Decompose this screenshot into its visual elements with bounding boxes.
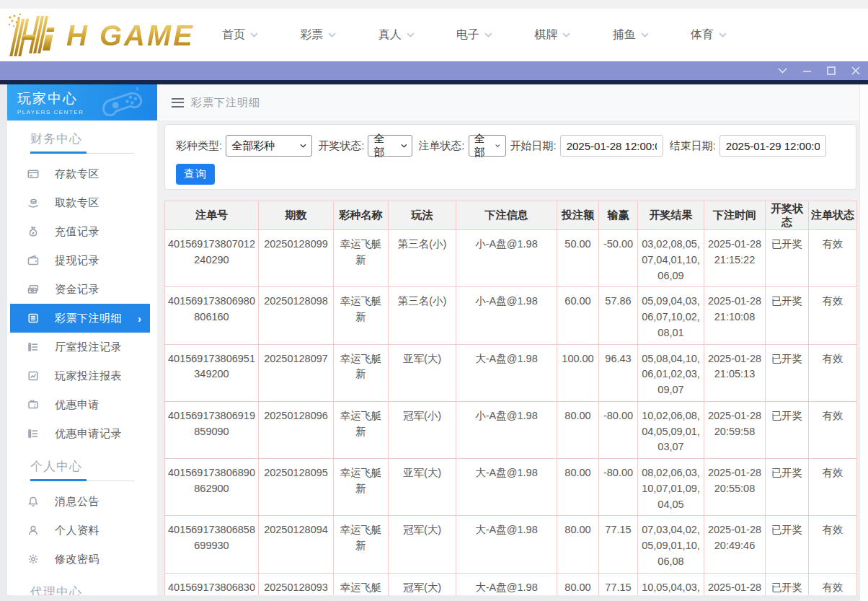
nav-item-棋牌[interactable]: 棋牌: [534, 27, 570, 43]
cell-play-type: 第三名(小): [389, 287, 456, 344]
cell-bet-info: 小-A盘@1.98: [456, 401, 557, 458]
start-date-input[interactable]: [560, 135, 663, 157]
order-status-select[interactable]: 全部: [469, 135, 506, 157]
start-date-label: 开始日期:: [510, 139, 557, 153]
nav-item-体育[interactable]: 体育: [691, 27, 727, 43]
recharge-bag-icon: [27, 226, 39, 237]
brand-name: H GAME: [66, 19, 195, 52]
sidebar-item-提现记录[interactable]: 提现记录: [7, 246, 157, 275]
window-controls: [774, 61, 864, 80]
cell-play-type: 第三名(小): [389, 230, 456, 287]
lottery-type-select[interactable]: 全部彩种: [226, 135, 312, 157]
report-chart-icon: [27, 370, 39, 382]
nav-item-label: 捕鱼: [613, 27, 636, 43]
sidebar-item-label: 玩家投注报表: [55, 369, 122, 383]
cell-win-loss: -50.00: [599, 230, 638, 287]
sidebar-item-修改密码[interactable]: 修改密码: [7, 545, 157, 574]
table-row: 40156917380701224029020250128099幸运飞艇新第三名…: [165, 230, 857, 287]
chevron-down-icon: [719, 32, 727, 38]
gamepad-icon: [98, 87, 150, 119]
main-nav: 首页 彩票 真人 电子 棋牌 捕鱼 体育: [222, 9, 727, 61]
cell-bet-amount: 80.00: [557, 573, 599, 595]
draw-status-select[interactable]: 全部: [368, 135, 412, 157]
window-close-icon[interactable]: [848, 63, 864, 79]
cell-lottery-name: 幸运飞艇新: [334, 230, 389, 287]
col-header-lottery-name: 彩种名称: [334, 201, 389, 230]
menu-toggle-icon[interactable]: [172, 98, 184, 108]
window-maximize-icon[interactable]: [823, 63, 839, 79]
nav-item-彩票[interactable]: 彩票: [300, 27, 336, 43]
chevron-down-icon: [562, 32, 570, 38]
sidebar-section: 代理中心: [7, 584, 157, 595]
chevron-down-icon: [495, 144, 500, 148]
nav-item-真人[interactable]: 真人: [378, 27, 415, 43]
sidebar-item-存款专区[interactable]: 存款专区: [7, 159, 157, 188]
sidebar-header: 玩家中心 PLAYERS CENTER: [7, 84, 157, 120]
cell-bet-time: 2025-01-28 21:10:08: [704, 287, 766, 344]
nav-item-label: 棋牌: [534, 27, 557, 43]
cell-draw-status: 已开奖: [766, 287, 809, 344]
vertical-scrollbar[interactable]: [859, 84, 868, 601]
cell-lottery-name: 幸运飞艇新: [334, 287, 389, 344]
cell-bet-amount: 50.00: [557, 230, 599, 287]
col-header-play-type: 玩法: [389, 201, 456, 230]
cell-lottery-name: 幸运飞艇新: [334, 344, 389, 401]
cell-draw-result: 03,02,08,05,07,04,01,10,06,09: [638, 230, 704, 287]
sidebar-item-label: 个人资料: [55, 524, 99, 538]
cell-draw-status: 已开奖: [766, 230, 809, 287]
lottery-doc-icon: [27, 312, 39, 324]
chevron-down-icon: [484, 32, 492, 38]
col-header-period: 期数: [259, 201, 334, 230]
sidebar-section-title: 财务中心: [30, 131, 157, 147]
chevron-down-icon: [407, 32, 415, 38]
cell-draw-result: 07,03,04,02,05,09,01,10,06,08: [638, 516, 704, 573]
cell-bet-amount: 80.00: [557, 401, 599, 458]
sidebar-item-玩家投注报表[interactable]: 玩家投注报表: [7, 361, 157, 390]
nav-item-label: 真人: [378, 27, 402, 43]
sidebar-section: 个人中心 消息公告 个人资料 修改密码: [7, 458, 157, 574]
sidebar-item-优惠申请[interactable]: 优惠申请: [7, 390, 157, 419]
table-row: 40156917380695134920020250128097幸运飞艇新亚军(…: [165, 344, 857, 401]
top-margin-strip: [0, 0, 868, 9]
sidebar-item-彩票下注明细[interactable]: 彩票下注明细 ›: [10, 304, 150, 333]
nav-item-电子[interactable]: 电子: [456, 27, 492, 43]
cell-win-loss: 77.15: [599, 516, 638, 573]
sidebar-item-个人资料[interactable]: 个人资料: [7, 516, 157, 545]
cell-period: 20250128095: [259, 459, 334, 516]
funds-cash-icon: [27, 284, 39, 295]
sidebar-item-优惠申请记录[interactable]: 优惠申请记录: [7, 419, 157, 448]
sidebar-item-取款专区[interactable]: 取款专区: [7, 188, 157, 217]
nav-item-捕鱼[interactable]: 捕鱼: [613, 27, 649, 43]
sidebar-item-厅室投注记录[interactable]: 厅室投注记录: [7, 333, 157, 361]
cell-bet-info: 大-A盘@1.98: [456, 573, 557, 595]
sidebar-item-资金记录[interactable]: 资金记录: [7, 275, 157, 304]
cell-draw-status: 已开奖: [766, 516, 809, 573]
cell-bet-info: 大-A盘@1.98: [456, 459, 557, 516]
nav-item-label: 首页: [222, 27, 245, 43]
cell-lottery-name: 幸运飞艇新: [334, 516, 389, 573]
sidebar-item-label: 充值记录: [55, 225, 99, 239]
cell-bet-time: 2025-01-28 21:05:13: [704, 344, 766, 401]
cell-order-status: 有效: [809, 516, 857, 573]
sidebar-item-充值记录[interactable]: 充值记录: [7, 217, 157, 246]
cell-bet-info: 小-A盘@1.98: [456, 287, 557, 344]
cell-order-status: 有效: [809, 573, 857, 595]
chevron-down-icon: [641, 32, 649, 38]
window-dropdown-icon[interactable]: [774, 63, 790, 79]
search-button[interactable]: 查询: [176, 164, 215, 185]
section-underline: [30, 152, 134, 154]
app-window: H GAME 首页 彩票 真人 电子 棋牌 捕鱼 体育: [0, 0, 868, 601]
gear-icon: [27, 553, 39, 565]
brand-logo: H GAME: [6, 12, 195, 58]
sidebar-item-label: 彩票下注明细: [55, 312, 122, 325]
sidebar-item-消息公告[interactable]: 消息公告: [7, 487, 157, 516]
draw-status-label: 开奖状态:: [318, 139, 364, 153]
end-date-input[interactable]: [719, 135, 826, 157]
col-header-order-id: 注单号: [165, 201, 259, 230]
window-minimize-icon[interactable]: [799, 63, 815, 79]
col-header-order-status: 注单状态: [809, 201, 857, 230]
window-titlebar: [0, 61, 868, 80]
withdrawal-wallet-icon: [27, 255, 39, 266]
nav-item-首页[interactable]: 首页: [222, 27, 258, 43]
sidebar-item-label: 优惠申请记录: [55, 427, 122, 441]
